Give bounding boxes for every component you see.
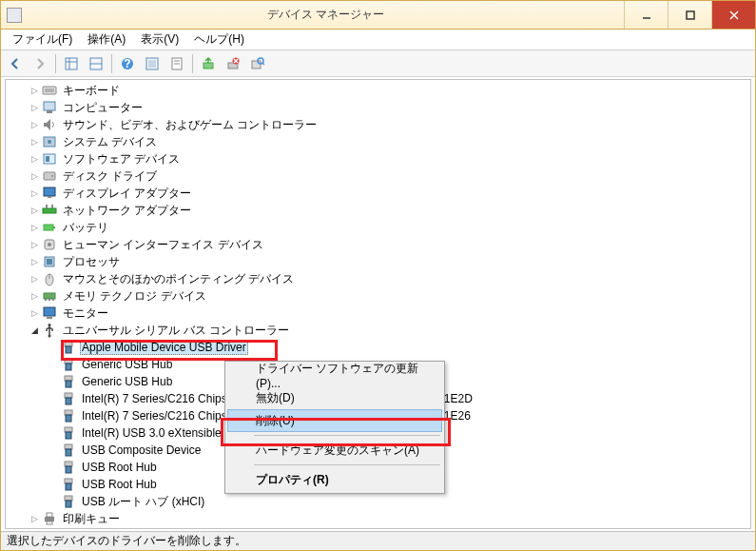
tree-category[interactable]: ▷ モニター <box>29 305 750 322</box>
tree-category[interactable]: ▷ サウンド、ビデオ、およびゲーム コントローラー <box>29 116 750 133</box>
expand-icon[interactable]: ▷ <box>29 222 40 233</box>
svg-rect-49 <box>45 299 47 301</box>
svg-rect-68 <box>65 444 72 449</box>
scan-hardware-button[interactable] <box>246 52 269 75</box>
window-title: デバイス マネージャー <box>28 7 624 23</box>
spacer <box>48 462 59 473</box>
usb-device-icon <box>61 374 76 389</box>
view-list-button[interactable] <box>85 52 107 75</box>
tree-category[interactable]: ▷ マウスとそのほかのポインティング デバイス <box>29 270 750 287</box>
toolbar-separator <box>111 54 112 73</box>
tree-category[interactable]: ▷ ヒューマン インターフェイス デバイス <box>29 236 750 253</box>
usb-device-icon <box>61 494 76 509</box>
expand-icon[interactable]: ▷ <box>29 102 40 113</box>
usb-device-icon <box>61 408 76 423</box>
svg-point-54 <box>48 324 51 326</box>
tree-label: メモリ テクノロジ デバイス <box>61 288 208 305</box>
tree-label: ディスプレイ アダプター <box>61 186 193 202</box>
expand-icon[interactable]: ▷ <box>29 205 40 216</box>
context-menu: ドライバー ソフトウェアの更新(P)... 無効(D) 削除(U) ハードウェア… <box>224 361 445 494</box>
device-category-icon <box>42 271 57 286</box>
tree-category[interactable]: ▷ プロセッサ <box>29 253 750 270</box>
svg-rect-74 <box>65 496 72 501</box>
spacer <box>48 410 59 422</box>
tree-label: モニター <box>61 305 110 322</box>
svg-rect-63 <box>66 398 71 404</box>
update-driver-button[interactable] <box>197 52 220 75</box>
svg-rect-52 <box>44 307 55 316</box>
tree-category[interactable]: ▷ ネットワーク アダプター <box>29 202 750 219</box>
expand-icon[interactable]: ▷ <box>29 85 40 96</box>
svg-rect-37 <box>43 208 56 213</box>
expand-icon[interactable]: ▷ <box>29 153 40 165</box>
svg-rect-70 <box>65 462 72 466</box>
collapse-icon[interactable]: ◢ <box>29 325 40 336</box>
expand-icon[interactable]: ▷ <box>29 273 40 285</box>
svg-rect-39 <box>51 205 53 208</box>
toolbar: ? <box>1 50 755 77</box>
menu-action[interactable]: 操作(A) <box>80 30 133 49</box>
expand-icon[interactable]: ▷ <box>29 513 40 524</box>
device-category-icon <box>42 83 57 98</box>
expand-icon[interactable]: ▷ <box>29 170 40 182</box>
svg-rect-48 <box>44 293 55 299</box>
ctx-disable[interactable]: 無効(D) <box>227 386 442 409</box>
svg-rect-27 <box>44 102 55 110</box>
menu-help[interactable]: ヘルプ(H) <box>186 30 252 49</box>
expand-icon[interactable]: ▷ <box>29 256 40 267</box>
spacer <box>48 359 59 370</box>
properties-button[interactable] <box>165 52 188 75</box>
ctx-scan-hardware[interactable]: ハードウェア変更のスキャン(A) <box>227 439 442 462</box>
menu-view[interactable]: 表示(V) <box>133 30 186 49</box>
expand-icon[interactable]: ▷ <box>29 290 40 302</box>
svg-line-23 <box>262 63 264 65</box>
svg-rect-50 <box>48 299 50 301</box>
forward-button[interactable] <box>29 52 51 75</box>
ctx-update-driver[interactable]: ドライバー ソフトウェアの更新(P)... <box>227 364 442 386</box>
ctx-properties-label: プロパティ(R) <box>256 472 329 488</box>
tree-label: USB ルート ハブ (xHCI) <box>80 494 206 510</box>
tree-label: システム デバイス <box>61 134 159 150</box>
help-button[interactable]: ? <box>116 52 139 75</box>
expand-icon[interactable]: ▷ <box>29 119 40 130</box>
expand-icon[interactable]: ▷ <box>29 187 40 199</box>
close-button[interactable] <box>711 1 755 29</box>
expand-icon[interactable]: ▷ <box>29 307 40 319</box>
tree-label: Generic USB Hub <box>80 358 174 371</box>
tree-category[interactable]: ▷ キーボード <box>29 82 750 99</box>
ctx-uninstall[interactable]: 削除(U) <box>227 409 442 432</box>
show-hidden-button[interactable] <box>141 52 164 75</box>
tree-category[interactable]: ▷ バッテリ <box>29 219 750 236</box>
uninstall-button[interactable] <box>222 52 244 75</box>
tree-device-item[interactable]: USB ルート ハブ (xHCI) <box>48 493 750 510</box>
tree-label: キーボード <box>61 83 122 99</box>
tree-category[interactable]: ▷ システム デバイス <box>29 133 750 150</box>
ctx-separator <box>254 435 440 436</box>
tree-category-usb[interactable]: ◢ ユニバーサル シリアル バス コントローラー <box>29 322 750 339</box>
ctx-properties[interactable]: プロパティ(R) <box>227 468 442 491</box>
svg-text:?: ? <box>124 57 130 70</box>
svg-rect-12 <box>148 60 156 68</box>
spacer <box>48 342 59 353</box>
tree-category[interactable]: ▷ 印刷キュー <box>29 510 750 527</box>
menu-file[interactable]: ファイル(F) <box>5 30 80 49</box>
device-category-icon <box>42 168 57 184</box>
tree-label: Generic USB Hub <box>80 375 174 388</box>
tree-category[interactable]: ▷ コンピューター <box>29 99 750 116</box>
maximize-button[interactable] <box>668 1 711 29</box>
back-button[interactable] <box>4 52 27 75</box>
view-detail-button[interactable] <box>60 52 83 75</box>
expand-icon[interactable]: ▷ <box>29 239 40 250</box>
svg-rect-32 <box>46 156 49 162</box>
toolbar-separator <box>192 54 193 73</box>
tree-device-item[interactable]: Apple Mobile Device USB Driver <box>48 339 750 356</box>
expand-icon[interactable]: ▷ <box>29 136 40 148</box>
svg-rect-53 <box>47 317 52 319</box>
tree-category[interactable]: ▷ メモリ テクノロジ デバイス <box>29 287 750 305</box>
minimize-button[interactable] <box>624 1 668 29</box>
tree-category[interactable]: ▷ ディスプレイ アダプター <box>29 185 750 202</box>
tree-label: USB Root Hub <box>80 461 159 474</box>
usb-category-icon <box>42 323 57 338</box>
tree-category[interactable]: ▷ ディスク ドライブ <box>29 167 750 185</box>
tree-category[interactable]: ▷ ソフトウェア デバイス <box>29 150 750 167</box>
